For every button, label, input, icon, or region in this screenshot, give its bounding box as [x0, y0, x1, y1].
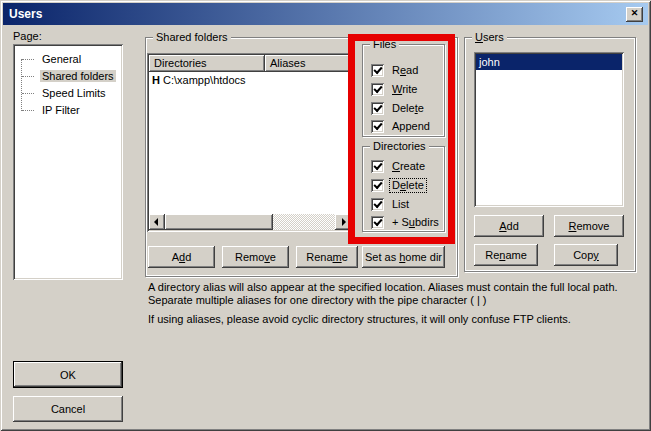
title-bar[interactable]: Users ✕	[3, 3, 648, 25]
window-title: Users	[9, 7, 42, 21]
copy-user-button[interactable]: Copy	[554, 244, 618, 266]
directories-group: Directories Create Delete List + Subdirs	[362, 146, 445, 232]
users-list[interactable]: john	[474, 52, 624, 207]
tree-item-speed-limits[interactable]: Speed Limits	[13, 85, 123, 102]
shared-folders-legend: Shared folders	[153, 30, 231, 44]
directories-legend: Directories	[370, 139, 429, 153]
page-label: Page:	[13, 30, 42, 42]
write-checkbox[interactable]: Write	[371, 82, 419, 97]
checkbox-checked-icon[interactable]	[371, 64, 384, 77]
create-checkbox[interactable]: Create	[371, 159, 427, 174]
directory-path: C:\xampp\htdocs	[163, 72, 246, 89]
remove-user-button[interactable]: Remove	[554, 215, 624, 237]
add-directory-button[interactable]: Add	[148, 246, 215, 268]
delete-files-checkbox[interactable]: Delete	[371, 101, 426, 116]
checkbox-checked-icon[interactable]	[371, 216, 384, 229]
directory-row[interactable]: H C:\xampp\htdocs	[149, 72, 351, 89]
home-flag: H	[149, 72, 163, 89]
scrollbar-thumb[interactable]	[165, 214, 273, 230]
files-legend: Files	[370, 37, 399, 51]
read-checkbox[interactable]: Read	[371, 63, 420, 78]
users-dialog: { "window": { "title": "Users", "close_g…	[0, 0, 651, 431]
subdirs-checkbox[interactable]: + Subdirs	[371, 215, 441, 230]
page-tree[interactable]: General Shared folders Speed Limits IP F…	[13, 44, 123, 280]
rename-directory-button[interactable]: Rename	[296, 246, 358, 268]
scroll-left-button[interactable]	[149, 214, 165, 230]
add-user-button[interactable]: Add	[474, 215, 544, 237]
directories-list[interactable]: Directories Aliases H C:\xampp\htdocs	[147, 53, 353, 232]
close-button[interactable]: ✕	[626, 7, 643, 22]
remove-directory-button[interactable]: Remove	[222, 246, 289, 268]
checkbox-checked-icon[interactable]	[371, 83, 384, 96]
horizontal-scrollbar[interactable]	[149, 214, 351, 230]
append-checkbox[interactable]: Append	[371, 119, 432, 134]
rename-user-button[interactable]: Rename	[474, 244, 538, 266]
tree-item-general[interactable]: General	[13, 51, 123, 68]
delete-directories-checkbox[interactable]: Delete	[371, 178, 426, 193]
tree-item-shared-folders[interactable]: Shared folders	[13, 68, 123, 85]
column-header-directories[interactable]: Directories	[149, 55, 265, 72]
set-as-home-dir-button[interactable]: Set as home dir	[362, 246, 445, 268]
cyclic-note: If using aliases, please avoid cyclic di…	[148, 313, 648, 326]
column-header-aliases[interactable]: Aliases	[265, 55, 351, 72]
ok-button[interactable]: OK	[13, 361, 123, 388]
close-icon: ✕	[631, 8, 639, 18]
checkbox-checked-icon[interactable]	[371, 160, 384, 173]
checkbox-checked-icon[interactable]	[371, 102, 384, 115]
user-row-john[interactable]: john	[476, 54, 622, 70]
checkbox-checked-icon[interactable]	[371, 198, 384, 211]
files-group: Files Read Write Delete Append	[362, 44, 445, 137]
alias-note: A directory alias will also appear at th…	[148, 281, 648, 307]
directories-list-header: Directories Aliases	[149, 55, 351, 72]
users-legend: Users	[472, 30, 507, 44]
checkbox-checked-icon[interactable]	[371, 179, 384, 192]
scroll-right-button[interactable]	[335, 214, 351, 230]
checkbox-checked-icon[interactable]	[371, 120, 384, 133]
tree-item-ip-filter[interactable]: IP Filter	[13, 102, 123, 119]
cancel-button[interactable]: Cancel	[13, 396, 123, 422]
list-checkbox[interactable]: List	[371, 197, 411, 212]
